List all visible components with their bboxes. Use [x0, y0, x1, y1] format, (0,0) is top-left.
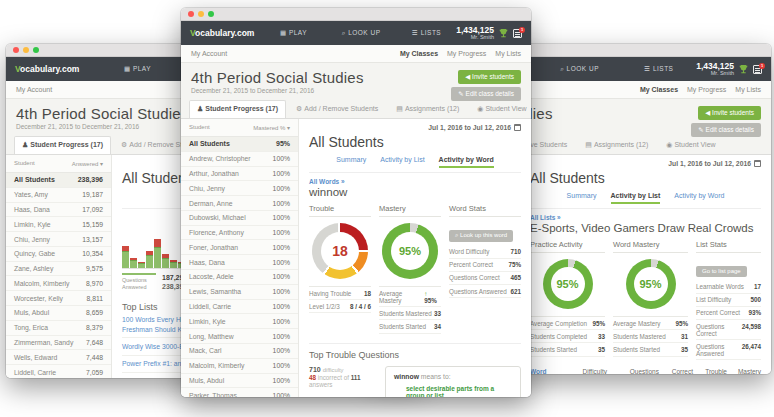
nav-lists[interactable]: ☰ LISTS	[397, 29, 456, 37]
student-row[interactable]: Haas, Dana100%	[181, 255, 298, 270]
student-row[interactable]: Zimmerman, Sandy7,648	[6, 336, 111, 351]
tab-assignments[interactable]: ▤Assignments (12)	[388, 100, 467, 118]
notifications-icon[interactable]: 1	[753, 65, 762, 74]
stat-row[interactable]: Students Started35	[530, 343, 605, 356]
link-my-classes[interactable]: My Classes	[400, 50, 438, 57]
student-row[interactable]: Wells, Edward7,448	[6, 350, 111, 365]
zoom-window-icon[interactable]	[33, 47, 39, 53]
column-mastered[interactable]: Mastered % ▾	[253, 124, 290, 131]
tab-assignments[interactable]: ▤Assignments (12)	[577, 136, 656, 154]
subtab-summary[interactable]: Summary	[336, 156, 366, 168]
student-row[interactable]: Foner, Jonathan100%	[181, 240, 298, 255]
link-my-progress[interactable]: My Progress	[687, 86, 726, 93]
student-row[interactable]: Yates, Amy19,187	[6, 188, 111, 203]
close-window-icon[interactable]	[188, 11, 194, 17]
student-row[interactable]: Mack, Carl100%	[181, 344, 298, 359]
column-answered[interactable]: Answered ▾	[72, 160, 103, 167]
student-row[interactable]: Malcolm, Kimberly100%	[181, 359, 298, 374]
column-mastery[interactable]: Mastery	[727, 368, 761, 374]
all-students-row[interactable]: All Students 95%	[181, 137, 298, 152]
column-student[interactable]: Student	[189, 124, 210, 131]
stat-row[interactable]: Average Mastery95%	[613, 317, 688, 330]
edit-class-details-button[interactable]: ✎ Edit class details	[691, 123, 761, 137]
link-my-lists[interactable]: My Lists	[735, 86, 761, 93]
nav-look-up[interactable]: ⌕ LOOK UP	[325, 29, 397, 37]
student-row[interactable]: Liddell, Carrie100%	[181, 300, 298, 315]
subtab-activity-by-list[interactable]: Activity by List	[611, 192, 661, 204]
vocabulary-logo[interactable]: Vocabulary.com	[15, 64, 100, 74]
all-students-row[interactable]: All Students 238,396	[6, 173, 111, 188]
student-row[interactable]: Haas, Dana17,092	[6, 203, 111, 218]
points-display[interactable]: 1,434,125Mr. Smith	[456, 26, 494, 40]
look-up-word-button[interactable]: ⌕ Look up this word	[449, 230, 513, 242]
subtab-activity-by-list[interactable]: Activity by List	[380, 156, 424, 168]
stat-row[interactable]: Learnable Words17	[696, 281, 761, 294]
breadcrumb-my-account[interactable]: My Account	[16, 86, 52, 93]
student-row[interactable]: Limkin, Kyle100%	[181, 314, 298, 329]
student-row[interactable]: Quincy, Gabe10,354	[6, 247, 111, 262]
student-row[interactable]: Chiu, Jenny100%	[181, 181, 298, 196]
student-row[interactable]: Dubowski, Michael100%	[181, 211, 298, 226]
question-preview[interactable]: winnow means to: select desirable parts …	[385, 366, 521, 397]
student-row[interactable]: Lewis, Samantha100%	[181, 285, 298, 300]
stat-row[interactable]: Percent Correct75%	[449, 259, 521, 272]
student-row[interactable]: Lacoste, Adele100%	[181, 270, 298, 285]
link-my-classes[interactable]: My Classes	[640, 86, 678, 93]
breadcrumb-all-words[interactable]: All Words »	[309, 178, 521, 185]
student-row[interactable]: Tong, Erica8,379	[6, 321, 111, 336]
subtab-activity-by-word[interactable]: Activity by Word	[674, 192, 724, 204]
tab-student-view[interactable]: ◉Student View	[658, 136, 723, 154]
student-row[interactable]: Muls, Abdul100%	[181, 374, 298, 389]
nav-look-up[interactable]: ⌕ LOOK UP	[538, 65, 622, 73]
report-date-range[interactable]: Jul 1, 2016 to Jul 12, 2016	[428, 124, 521, 131]
invite-students-button[interactable]: ◀ Invite students	[698, 106, 761, 120]
zoom-window-icon[interactable]	[208, 11, 214, 17]
student-row[interactable]: Long, Matthew100%	[181, 329, 298, 344]
minimize-window-icon[interactable]	[198, 11, 204, 17]
stat-row[interactable]: Percent Correct93%	[696, 307, 761, 320]
student-row[interactable]: Worcester, Kelly8,811	[6, 291, 111, 306]
notifications-icon[interactable]: 1	[513, 29, 522, 38]
nav-lists[interactable]: ☰ LISTS	[622, 65, 697, 73]
column-difficulty[interactable]: Difficulty	[573, 368, 607, 374]
vocabulary-logo[interactable]: Vocabulary.com	[190, 28, 262, 38]
invite-students-button[interactable]: ◀ Invite students	[458, 70, 521, 84]
close-window-icon[interactable]	[13, 47, 19, 53]
student-row[interactable]: Liddell, Carrie7,059	[6, 365, 111, 378]
stat-row[interactable]: Students Completed33	[530, 330, 605, 343]
link-my-lists[interactable]: My Lists	[495, 50, 521, 57]
stat-row[interactable]: Word Difficulty710	[449, 246, 521, 259]
stat-row[interactable]: Level 1/2/38 / 4 / 6	[309, 300, 371, 313]
tab-student-view[interactable]: ◉Student View	[469, 100, 531, 118]
column-trouble[interactable]: Trouble	[693, 368, 727, 374]
subtab-activity-by-word[interactable]: Activity by Word	[439, 156, 494, 168]
column-questions[interactable]: Questions	[607, 368, 659, 374]
column-correct[interactable]: Correct	[659, 368, 693, 374]
points-display[interactable]: 1,434,125Mr. Smith	[696, 62, 734, 76]
stat-row[interactable]: Average Mastery↑ 95%	[379, 287, 441, 307]
stat-row[interactable]: List Difficulty500	[696, 294, 761, 307]
student-row[interactable]: Arthur, Jonathan100%	[181, 167, 298, 182]
student-row[interactable]: Limkin, Kyle15,159	[6, 217, 111, 232]
student-row[interactable]: Derman, Anne100%	[181, 196, 298, 211]
student-row[interactable]: Muls, Abdul8,659	[6, 306, 111, 321]
stat-row[interactable]: Students Started35	[613, 343, 688, 356]
tab-add-remove-students[interactable]: ⚙Add / Remove Students	[288, 100, 386, 118]
nav-play[interactable]: ▦ PLAY	[262, 29, 325, 37]
stat-row[interactable]: Having Trouble18	[309, 287, 371, 300]
subtab-summary[interactable]: Summary	[567, 192, 597, 204]
stat-row[interactable]: Students Mastered33	[379, 307, 441, 320]
breadcrumb-my-account[interactable]: My Account	[191, 50, 227, 57]
report-date-range[interactable]: Jul 1, 2016 to Jul 12, 2016	[668, 160, 761, 167]
student-row[interactable]: Florence, Anthony100%	[181, 226, 298, 241]
student-row[interactable]: Parker, Thomas100%	[181, 388, 298, 397]
column-word[interactable]: Word	[530, 368, 573, 374]
stat-row[interactable]: Questions Answered26,474	[696, 340, 761, 360]
edit-class-details-button[interactable]: ✎ Edit class details	[451, 87, 521, 101]
minimize-window-icon[interactable]	[23, 47, 29, 53]
go-to-list-page-button[interactable]: Go to list page	[696, 266, 747, 277]
stat-row[interactable]: Students Started34	[379, 320, 441, 333]
link-my-progress[interactable]: My Progress	[447, 50, 486, 57]
column-student[interactable]: Student	[14, 160, 35, 167]
stat-row[interactable]: Questions Correct24,598	[696, 320, 761, 340]
